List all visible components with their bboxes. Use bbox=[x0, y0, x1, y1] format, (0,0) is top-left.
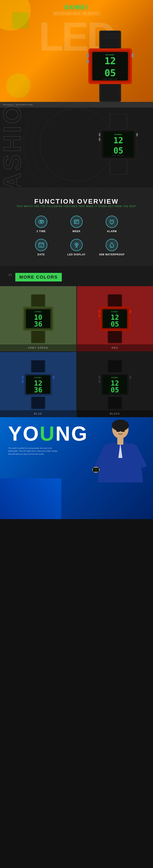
svg-rect-72 bbox=[22, 310, 24, 313]
svg-text:SKMEI: SKMEI bbox=[34, 311, 41, 313]
week-icon bbox=[70, 216, 83, 228]
more-colors-label: MORE COLORS bbox=[15, 273, 62, 281]
svg-rect-131 bbox=[121, 429, 125, 432]
color-item-red: SKMEI 12 05 LED WATCH RED bbox=[77, 286, 153, 351]
function-grid: 2 TIME WEEK bbox=[26, 216, 127, 256]
hero-watch: SKMEI 12 05 LED WATCH bbox=[78, 25, 143, 102]
red-label: RED bbox=[77, 344, 153, 351]
brand-name: SKMEI bbox=[64, 4, 89, 10]
function-title-main: FUNCTION OVERVIEW bbox=[8, 198, 145, 205]
svg-rect-6 bbox=[100, 83, 120, 101]
svg-text:12: 12 bbox=[104, 56, 116, 66]
svg-rect-73 bbox=[22, 314, 24, 317]
color-item-black: SKMEI 12 05 LED WATCH BLACK bbox=[77, 352, 153, 417]
svg-rect-101 bbox=[22, 380, 24, 383]
young-text-block: YOUNG This watch is perfect for young pe… bbox=[8, 423, 88, 456]
product-desc-label: PRODUCT DESCRIPTION bbox=[3, 104, 33, 106]
blue-label: BLUE bbox=[0, 410, 76, 417]
young-y: Y bbox=[8, 422, 23, 445]
svg-line-62 bbox=[74, 244, 75, 244]
fashion-text-bg: FASHION bbox=[0, 102, 26, 187]
svg-rect-82 bbox=[109, 329, 121, 343]
young-section: YOUNG This watch is perfect for young pe… bbox=[0, 417, 153, 519]
svg-text:LED WATCH: LED WATCH bbox=[103, 78, 117, 80]
svg-rect-46 bbox=[75, 222, 76, 223]
quote-icon: " bbox=[8, 272, 12, 282]
young-u: U bbox=[40, 422, 56, 445]
svg-text:SKMEI: SKMEI bbox=[112, 311, 119, 313]
function-title-sub: THIS WATCH HAS THE FOLLOWING FEATURES TH… bbox=[8, 205, 145, 208]
led-label: LED DISPLAY bbox=[67, 253, 86, 256]
hero-section: SKMEI MULTIFUNCTIONAL LED WATCH LED bbox=[0, 0, 153, 102]
svg-line-51 bbox=[113, 220, 114, 220]
date-label: DATE bbox=[37, 253, 45, 256]
svg-rect-24 bbox=[99, 133, 100, 136]
svg-rect-1 bbox=[100, 32, 120, 50]
svg-rect-80 bbox=[109, 295, 121, 308]
colors-grid: SKMEI 10 36 LED WATCH ARMY GREEN SKMEI bbox=[0, 286, 153, 417]
svg-point-122 bbox=[112, 420, 129, 431]
function-item-week: WEEK bbox=[61, 216, 92, 233]
svg-text:LED WATCH: LED WATCH bbox=[33, 392, 43, 394]
2time-icon bbox=[35, 216, 47, 228]
army-green-label: ARMY GREEN bbox=[0, 344, 76, 351]
function-section: FUNCTION OVERVIEW THIS WATCH HAS THE FOL… bbox=[0, 187, 153, 266]
hero-brand: SKMEI bbox=[64, 4, 89, 10]
young-title: YOUNG bbox=[8, 423, 88, 444]
svg-text:LED WATCH: LED WATCH bbox=[33, 327, 43, 328]
alarm-icon bbox=[106, 216, 118, 228]
svg-line-50 bbox=[110, 220, 110, 220]
svg-text:LED WATCH: LED WATCH bbox=[110, 392, 120, 394]
young-description: This watch is perfect for young people w… bbox=[8, 447, 59, 456]
young-g: G bbox=[71, 422, 88, 445]
color-item-blue: SKMEI 12 36 LED WATCH BLUE bbox=[0, 352, 76, 417]
svg-text:05: 05 bbox=[104, 67, 116, 79]
young-blue-block bbox=[0, 478, 61, 519]
deco-circle-1 bbox=[12, 12, 29, 29]
svg-rect-18 bbox=[110, 115, 126, 131]
svg-line-63 bbox=[78, 244, 79, 244]
2time-label: 2 TIME bbox=[36, 230, 46, 233]
function-title-block: FUNCTION OVERVIEW THIS WATCH HAS THE FOL… bbox=[8, 198, 145, 208]
colors-header: " MORE COLORS bbox=[0, 266, 153, 286]
svg-text:LED WATCH: LED WATCH bbox=[113, 155, 124, 156]
svg-rect-68 bbox=[32, 329, 44, 343]
fashion-section: PRODUCT DESCRIPTION FASHION SKMEI 12 bbox=[0, 102, 153, 187]
svg-rect-26 bbox=[136, 133, 138, 136]
svg-rect-86 bbox=[98, 310, 100, 313]
product-desc-bar: PRODUCT DESCRIPTION bbox=[0, 102, 153, 107]
svg-text:31: 31 bbox=[40, 245, 42, 247]
young-o: O bbox=[23, 422, 40, 445]
svg-point-59 bbox=[76, 244, 77, 245]
fashion-text: FASHION bbox=[0, 102, 26, 187]
svg-text:SKMEI: SKMEI bbox=[112, 377, 119, 378]
svg-rect-100 bbox=[22, 376, 24, 379]
function-item-waterproof: 30M WATERPROOF bbox=[96, 239, 127, 256]
svg-text:12:05: 12:05 bbox=[95, 469, 97, 470]
svg-rect-88 bbox=[129, 310, 131, 313]
colors-section: " MORE COLORS SKMEI 10 36 LED WATCH bbox=[0, 266, 153, 417]
svg-rect-74 bbox=[53, 310, 55, 313]
fashion-watch: SKMEI 12 05 LED WATCH bbox=[96, 114, 141, 176]
svg-rect-108 bbox=[109, 361, 121, 374]
date-icon: 31 bbox=[35, 239, 47, 251]
svg-text:SKMEI: SKMEI bbox=[115, 133, 122, 135]
svg-rect-130 bbox=[116, 429, 120, 432]
svg-rect-110 bbox=[109, 395, 121, 408]
svg-rect-94 bbox=[32, 361, 44, 374]
svg-rect-102 bbox=[53, 376, 55, 379]
svg-rect-45 bbox=[76, 221, 77, 222]
function-item-date: 31 DATE bbox=[26, 239, 57, 256]
svg-rect-12 bbox=[131, 53, 133, 57]
black-label: BLACK bbox=[77, 410, 153, 417]
svg-rect-127 bbox=[117, 438, 123, 445]
color-item-army-green: SKMEI 10 36 LED WATCH ARMY GREEN bbox=[0, 286, 76, 351]
svg-rect-11 bbox=[87, 59, 89, 63]
waterproof-icon bbox=[106, 239, 118, 251]
svg-text:12: 12 bbox=[114, 136, 123, 145]
svg-rect-96 bbox=[32, 395, 44, 408]
waterproof-label: 30M WATERPROOF bbox=[99, 253, 125, 256]
svg-text:SKMEI: SKMEI bbox=[34, 377, 41, 378]
led-icon bbox=[70, 239, 83, 251]
svg-text:LED WATCH: LED WATCH bbox=[110, 327, 120, 328]
